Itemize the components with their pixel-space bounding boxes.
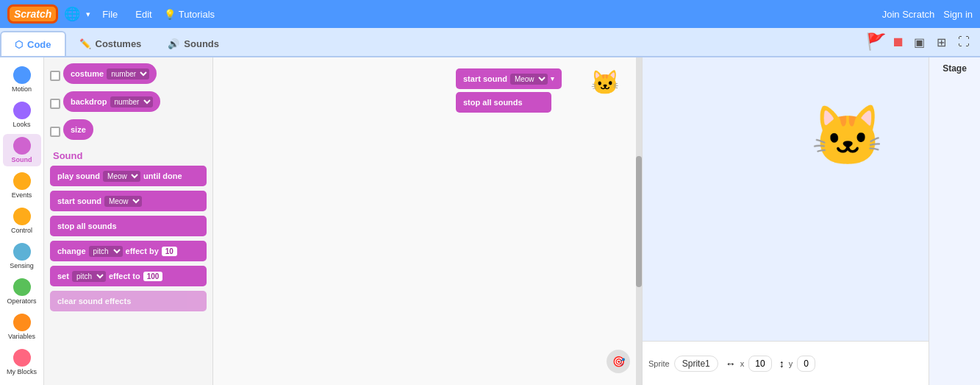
events-dot	[13, 172, 31, 190]
stop-button[interactable]: ⏹	[892, 35, 905, 50]
x-label: x	[740, 359, 745, 368]
sidebar-item-events[interactable]: Events	[3, 169, 41, 202]
zoom-button[interactable]: 🎯	[607, 350, 630, 373]
tab-costumes[interactable]: ✏️ Costumes	[66, 31, 155, 56]
events-label: Events	[12, 191, 32, 199]
script-area[interactable]: 🐱 start sound Meow ▾ stop all sounds 🎯	[213, 57, 642, 385]
motion-label: Motion	[12, 85, 32, 93]
sidebar-item-myblocks[interactable]: My Blocks	[3, 346, 41, 378]
size-block[interactable]: size	[63, 119, 93, 140]
backdrop-block[interactable]: backdrop number	[63, 91, 160, 112]
scroll-thumb	[636, 156, 642, 287]
sound-label: Sound	[12, 156, 32, 163]
backdrop-dropdown[interactable]: number	[110, 96, 153, 107]
x-value-input[interactable]: 10	[748, 356, 771, 372]
blocks-panel: costume number backdrop number size	[44, 57, 213, 385]
stage-canvas: 🐱	[643, 57, 929, 341]
layout-split-button[interactable]: ⊞	[934, 32, 949, 52]
looks-dot	[13, 102, 31, 119]
script-start-sound-block[interactable]: start sound Meow ▾ stop all sounds	[456, 68, 642, 117]
play-sound-dropdown[interactable]: Meow	[103, 171, 140, 182]
script-sound-dropdown[interactable]: Meow	[510, 74, 548, 85]
sound-section-title: Sound	[53, 150, 207, 161]
sidebar-item-operators[interactable]: Operators	[3, 275, 41, 308]
layout-fullscreen-button[interactable]: ⛶	[955, 32, 973, 52]
stage-info: Sprite Sprite1 ↔ x 10 ↕ y 0	[643, 341, 929, 385]
tab-sounds[interactable]: 🔊 Sounds	[154, 31, 232, 56]
variables-label: Variables	[8, 333, 35, 340]
scratch-logo[interactable]: Scratch	[7, 4, 58, 24]
backdrop-block-row: backdrop number	[50, 91, 207, 116]
stage-panel-label: Stage	[943, 63, 967, 74]
dropdown-arrow: ▾	[551, 75, 554, 82]
sidebar-item-control[interactable]: Control	[3, 205, 41, 237]
layout-small-button[interactable]: ▣	[911, 32, 928, 52]
costume-checkbox[interactable]	[50, 71, 60, 81]
signin-link[interactable]: Sign in	[943, 9, 973, 20]
costume-block-row: costume number	[50, 63, 207, 88]
change-pitch-value[interactable]: 10	[162, 247, 177, 256]
myblocks-label: My Blocks	[7, 368, 37, 375]
bulb-icon: 💡	[164, 9, 176, 20]
arrows-icon: ↔	[726, 358, 736, 370]
file-menu[interactable]: File	[96, 6, 124, 23]
start-sound-block[interactable]: start sound Meow	[50, 191, 207, 211]
pitch-dropdown-set[interactable]: pitch	[72, 271, 106, 282]
green-flag-button[interactable]: 🚩	[866, 32, 886, 52]
pitch-dropdown-change[interactable]: pitch	[89, 246, 123, 257]
globe-chevron: ▾	[86, 10, 90, 19]
costumes-icon: ✏️	[79, 38, 91, 49]
sidebar-item-sensing[interactable]: Sensing	[3, 240, 41, 272]
sidebar-item-variables[interactable]: Variables	[3, 311, 41, 343]
script-scrollbar[interactable]	[636, 57, 642, 385]
set-pitch-block[interactable]: set pitch effect to 100	[50, 266, 207, 286]
join-scratch-link[interactable]: Join Scratch	[882, 9, 935, 20]
sensing-dot	[13, 243, 31, 261]
size-block-row: size	[50, 119, 207, 144]
sidebar-item-motion[interactable]: Motion	[3, 63, 41, 96]
start-sound-dropdown[interactable]: Meow	[104, 196, 142, 207]
size-checkbox[interactable]	[50, 127, 60, 137]
sprite-name-input[interactable]: Sprite1	[674, 356, 718, 372]
top-nav: Scratch 🌐 ▾ File Edit 💡 Tutorials Join S…	[0, 0, 980, 28]
stage-area: 🐱 Sprite Sprite1 ↔ x 10 ↕ y 0	[642, 57, 929, 385]
backdrop-checkbox[interactable]	[50, 99, 60, 109]
y-label: y	[789, 359, 793, 368]
control-dot	[13, 208, 31, 225]
sounds-icon: 🔊	[168, 38, 179, 49]
filter-blocks: costume number backdrop number size	[50, 63, 207, 144]
updown-arrows-icon: ↕	[779, 358, 784, 370]
set-pitch-value[interactable]: 100	[143, 272, 163, 281]
variables-dot	[13, 314, 31, 331]
stage-sprite-cat: 🐱	[811, 102, 884, 171]
category-sidebar: Motion Looks Sound Events Control Sensin…	[0, 57, 44, 385]
clear-sound-effects-block[interactable]: clear sound effects	[50, 291, 207, 311]
myblocks-dot	[13, 349, 31, 367]
code-icon: ⬡	[15, 39, 23, 50]
edit-menu[interactable]: Edit	[129, 6, 157, 23]
sidebar-item-looks[interactable]: Looks	[3, 99, 41, 131]
operators-dot	[13, 278, 31, 296]
tab-bar: ⬡ Code ✏️ Costumes 🔊 Sounds 🚩 ⏹ ▣ ⊞ ⛶	[0, 28, 980, 57]
change-pitch-block[interactable]: change pitch effect by 10	[50, 241, 207, 261]
costume-dropdown[interactable]: number	[107, 68, 149, 80]
play-sound-block[interactable]: play sound Meow until done	[50, 166, 207, 186]
sprite-label: Sprite	[648, 359, 670, 368]
main-layout: Motion Looks Sound Events Control Sensin…	[0, 57, 980, 385]
stage-controls: 🚩 ⏹ ▣ ⊞ ⛶	[866, 28, 980, 56]
y-value-input[interactable]: 0	[797, 356, 815, 372]
looks-label: Looks	[12, 121, 30, 128]
motion-dot	[13, 66, 31, 84]
costume-block[interactable]: costume number	[63, 63, 157, 84]
stage-panel: Stage	[929, 57, 980, 385]
control-label: Control	[11, 227, 32, 234]
globe-icon[interactable]: 🌐	[64, 6, 80, 22]
stop-all-sounds-block[interactable]: stop all sounds	[50, 216, 207, 236]
sensing-label: Sensing	[10, 262, 34, 269]
operators-label: Operators	[7, 297, 36, 305]
sidebar-item-sound[interactable]: Sound	[3, 134, 41, 166]
tab-code[interactable]: ⬡ Code	[0, 31, 66, 56]
sound-dot	[13, 137, 31, 155]
tutorials-link[interactable]: 💡 Tutorials	[164, 9, 215, 20]
